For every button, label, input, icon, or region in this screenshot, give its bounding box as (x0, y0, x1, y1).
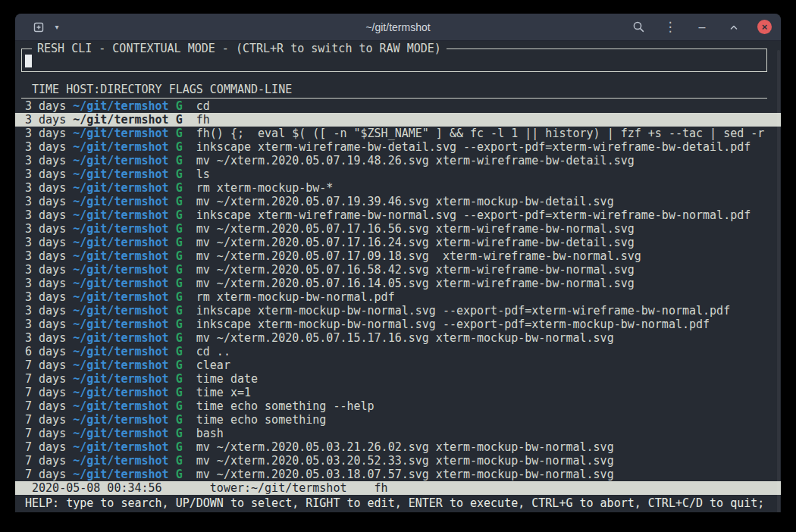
row-time: 6 days (25, 345, 73, 358)
text-cursor (25, 55, 32, 67)
row-dir: ~/git/termshot (73, 318, 175, 331)
row-dir: ~/git/termshot (73, 236, 175, 249)
row-cmd: time echo something (196, 413, 327, 427)
row-cmd: fh() {; eval $( ([ -n "$ZSH_NAME" ] && f… (196, 127, 765, 140)
row-dir: ~/git/termshot (73, 99, 175, 113)
new-tab-dropdown[interactable]: ▾ (49, 18, 65, 36)
row-dir: ~/git/termshot (73, 140, 175, 154)
history-list: 3 days ~/git/termshot G cd3 days ~/git/t… (15, 99, 781, 481)
row-time: 3 days (25, 167, 73, 181)
row-time: 3 days (25, 304, 73, 318)
row-flag: G (176, 181, 196, 195)
history-row[interactable]: 7 days ~/git/termshot G mv ~/xterm.2020.… (15, 440, 781, 454)
row-time: 3 days (25, 331, 73, 345)
minimize-button[interactable]: – (694, 18, 710, 36)
row-dir: ~/git/termshot (73, 277, 175, 290)
row-time: 3 days (25, 127, 73, 140)
row-time: 3 days (25, 181, 73, 195)
history-row[interactable]: 3 days ~/git/termshot G inkscape xterm-w… (15, 140, 781, 154)
scrollbar[interactable] (777, 50, 780, 512)
row-dir: ~/git/termshot (73, 413, 175, 427)
row-time: 7 days (25, 440, 73, 454)
history-row[interactable]: 3 days ~/git/termshot G mv ~/xterm.2020.… (15, 263, 781, 277)
row-cmd: mv ~/xterm.2020.05.07.19.39.46.svg xterm… (196, 195, 614, 208)
history-row[interactable]: 3 days ~/git/termshot G fh() {; eval $( … (15, 127, 781, 140)
history-row[interactable]: 7 days ~/git/termshot G time echo someth… (15, 413, 781, 427)
history-row[interactable]: 3 days ~/git/termshot G mv ~/xterm.2020.… (15, 195, 781, 208)
row-dir: ~/git/termshot (73, 304, 175, 318)
history-row[interactable]: 3 days ~/git/termshot G rm xterm-mockup-… (15, 290, 781, 304)
row-cmd: rm xterm-mockup-bw-* (196, 181, 334, 195)
row-dir: ~/git/termshot (73, 290, 175, 304)
row-time: 3 days (25, 154, 73, 167)
row-dir: ~/git/termshot (73, 208, 175, 222)
history-row[interactable]: 3 days ~/git/termshot G mv ~/xterm.2020.… (15, 277, 781, 290)
history-row[interactable]: 7 days ~/git/termshot G mv ~/xterm.2020.… (15, 468, 781, 481)
history-row[interactable]: 3 days ~/git/termshot G mv ~/xterm.2020.… (15, 249, 781, 263)
history-row[interactable]: 3 days ~/git/termshot G fh (15, 113, 781, 127)
row-time: 7 days (25, 468, 73, 481)
row-cmd: fh (196, 113, 210, 127)
row-time: 3 days (25, 290, 73, 304)
row-flag: G (176, 331, 196, 345)
row-time: 7 days (25, 454, 73, 468)
row-time: 3 days (25, 195, 73, 208)
row-cmd: cd .. (196, 345, 230, 358)
history-row[interactable]: 3 days ~/git/termshot G inkscape xterm-m… (15, 304, 781, 318)
row-dir: ~/git/termshot (73, 127, 175, 140)
history-row[interactable]: 6 days ~/git/termshot G cd .. (15, 345, 781, 358)
history-row[interactable]: 3 days ~/git/termshot G ls (15, 167, 781, 181)
row-flag: G (176, 454, 196, 468)
row-dir: ~/git/termshot (73, 358, 175, 372)
close-button[interactable]: × (757, 20, 772, 34)
new-tab-button[interactable] (30, 18, 47, 36)
row-dir: ~/git/termshot (73, 167, 175, 181)
row-time: 3 days (25, 277, 73, 290)
caret-down-icon: ▾ (55, 23, 58, 31)
history-row[interactable]: 7 days ~/git/termshot G time date (15, 372, 781, 386)
row-dir: ~/git/termshot (73, 386, 175, 399)
row-cmd: inkscape xterm-mockup-bw-normal.svg --ex… (196, 318, 710, 331)
maximize-button[interactable] (725, 18, 742, 36)
history-row[interactable]: 7 days ~/git/termshot G time echo someth… (15, 399, 781, 413)
row-time: 3 days (25, 140, 73, 154)
history-row[interactable]: 3 days ~/git/termshot G inkscape xterm-m… (15, 318, 781, 331)
history-row[interactable]: 3 days ~/git/termshot G inkscape xterm-w… (15, 208, 781, 222)
history-row[interactable]: 3 days ~/git/termshot G mv ~/xterm.2020.… (15, 222, 781, 236)
row-flag: G (176, 372, 196, 386)
new-tab-icon (33, 21, 45, 33)
search-box[interactable]: RESH CLI - CONTEXTUAL MODE - (CTRL+R to … (21, 49, 767, 72)
row-cmd: cd (196, 99, 210, 113)
row-flag: G (176, 399, 196, 413)
row-flag: G (176, 127, 196, 140)
history-row[interactable]: 7 days ~/git/termshot G bash (15, 427, 781, 440)
row-dir: ~/git/termshot (73, 468, 175, 481)
row-time: 3 days (25, 249, 73, 263)
row-time: 7 days (25, 399, 73, 413)
row-flag: G (176, 358, 196, 372)
history-row[interactable]: 7 days ~/git/termshot G time x=1 (15, 386, 781, 399)
row-time: 3 days (25, 113, 73, 127)
history-row[interactable]: 3 days ~/git/termshot G cd (15, 99, 781, 113)
search-icon (632, 20, 645, 33)
search-button[interactable] (630, 18, 647, 36)
row-flag: G (176, 277, 196, 290)
row-cmd: mv ~/xterm.2020.05.07.16.58.42.svg xterm… (196, 263, 635, 277)
history-row[interactable]: 3 days ~/git/termshot G rm xterm-mockup-… (15, 181, 781, 195)
menu-button[interactable]: ⋮ (662, 18, 678, 36)
row-flag: G (176, 318, 196, 331)
row-cmd: rm xterm-mockup-bw-normal.pdf (196, 290, 395, 304)
row-dir: ~/git/termshot (73, 154, 175, 167)
history-row[interactable]: 3 days ~/git/termshot G mv ~/xterm.2020.… (15, 154, 781, 167)
row-flag: G (176, 195, 196, 208)
history-row[interactable]: 3 days ~/git/termshot G mv ~/xterm.2020.… (15, 236, 781, 249)
row-cmd: ls (196, 167, 210, 181)
history-row[interactable]: 7 days ~/git/termshot G mv ~/xterm.2020.… (15, 454, 781, 468)
row-time: 3 days (25, 236, 73, 249)
history-row[interactable]: 3 days ~/git/termshot G mv ~/xterm.2020.… (15, 331, 781, 345)
row-flag: G (176, 440, 196, 454)
row-flag: G (176, 140, 196, 154)
history-row[interactable]: 7 days ~/git/termshot G clear (15, 358, 781, 372)
row-cmd: mv ~/xterm.2020.05.07.19.48.26.svg xterm… (196, 154, 635, 167)
column-header: TIME HOST:DIRECTORY FLAGS COMMAND-LINE (21, 83, 767, 99)
